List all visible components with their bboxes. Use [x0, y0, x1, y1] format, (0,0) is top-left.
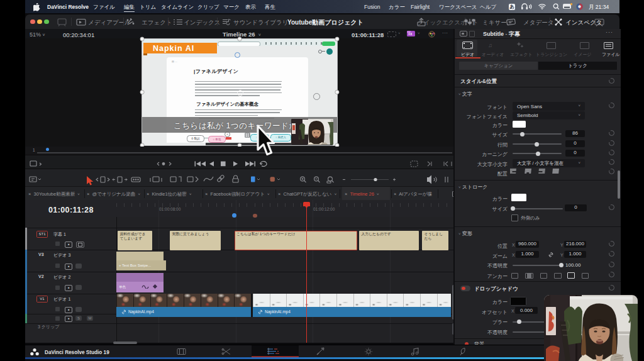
svg-text:DaVinci Resolve Studio 19: DaVinci Resolve Studio 19 [45, 350, 109, 355]
